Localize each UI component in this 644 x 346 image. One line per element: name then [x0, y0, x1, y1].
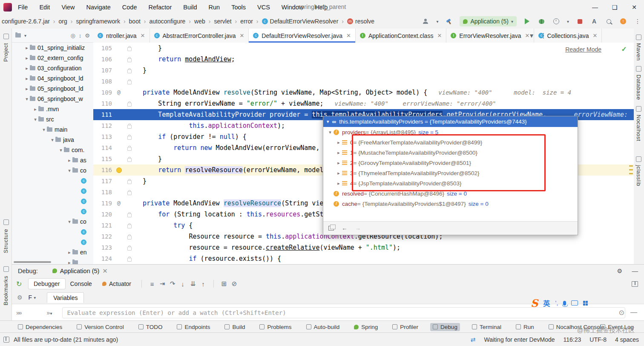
menu-view[interactable]: View [61, 4, 75, 11]
restore-layout-icon[interactable] [632, 281, 638, 287]
editor-tab[interactable]: IApplicationContext.class✕ [356, 29, 446, 43]
file-encoding[interactable]: UTF-8 [589, 336, 607, 343]
popup-variable-row[interactable]: ▸4 = {JspTemplateAvailabilityProvider@85… [323, 178, 578, 188]
tab-actuator[interactable]: Actuator [97, 279, 136, 289]
code-line-105[interactable]: 105 } [93, 43, 634, 54]
tree-item[interactable]: ▾main [12, 124, 93, 135]
indent-setting[interactable]: 4 spaces [615, 336, 639, 343]
line-number[interactable]: 111 [93, 109, 115, 120]
chevron-down-icon[interactable]: ▾ [567, 19, 569, 24]
tool-todo[interactable]: TODO [136, 323, 165, 331]
line-number[interactable]: 110 [93, 98, 115, 109]
tool-terminal[interactable]: Terminal [469, 323, 504, 331]
tree-chevron-icon[interactable]: ▸ [24, 66, 30, 71]
code-line-123[interactable]: 123 resource = resource.createRelative(v… [93, 242, 634, 253]
popup-header[interactable]: ▾ ∞ this.templateAvailabilityProviders =… [323, 116, 578, 127]
duplicate-icon[interactable] [328, 226, 334, 231]
line-number[interactable]: 119 [93, 198, 115, 209]
tree-chevron-icon[interactable]: ▸ [66, 250, 72, 255]
project-settings-icon[interactable]: ⚙ [85, 32, 90, 39]
project-tool-icon[interactable] [3, 34, 9, 39]
close-icon[interactable]: ✕ [346, 32, 351, 39]
tree-item[interactable]: c [12, 196, 93, 206]
line-number[interactable]: 124 [93, 253, 115, 264]
tree-item[interactable]: ▸.mvn [12, 104, 93, 114]
settings-gear-icon[interactable]: ⚙ [617, 268, 623, 274]
tree-chevron-icon[interactable]: ▾ [58, 147, 64, 153]
error-stripe-mark[interactable] [629, 165, 633, 167]
popup-variable-row[interactable]: ▸1 = {MustacheTemplateAvailabilityProvid… [323, 147, 578, 158]
ime-panel-icon[interactable] [583, 301, 588, 306]
tree-chevron-icon[interactable]: ▾ [49, 137, 55, 143]
tree-item[interactable]: ▸04_springboot_ld [12, 73, 93, 84]
structure-tool-icon[interactable] [3, 219, 9, 225]
editor-tab[interactable]: cntroller.java✕ [93, 29, 150, 43]
jclasslib-tool-icon[interactable] [636, 156, 641, 162]
popup-variable-row[interactable]: ▾fproviders = {ArrayList@8495}size = 5 [323, 127, 578, 137]
tool-strip-maven[interactable]: Maven [635, 43, 642, 61]
ide-update-icon[interactable]: ↑ [620, 18, 626, 24]
tree-chevron-icon[interactable]: ▸ [335, 170, 342, 176]
wrench-icon[interactable]: ⚙ [17, 294, 23, 301]
editor-tab[interactable]: IErrorViewResolver.java✕ [446, 29, 534, 43]
tree-chevron-icon[interactable]: ▾ [32, 117, 38, 122]
line-number[interactable]: 117 [93, 176, 115, 187]
tool-run[interactable]: Run [513, 323, 537, 331]
show-execution-point-icon[interactable]: ⇥ [157, 280, 167, 288]
user-icon[interactable] [423, 19, 428, 24]
back-icon[interactable]: ← [342, 225, 348, 231]
tree-chevron-icon[interactable]: ▾ [66, 168, 72, 173]
editor-tab[interactable]: cAbstractErrorController.java✕ [150, 29, 249, 43]
ime-language-indicator[interactable]: 英 [543, 298, 550, 308]
line-number[interactable]: 115 [93, 153, 115, 164]
user-caret-icon[interactable]: ▾ [436, 19, 438, 24]
breadcrumb-item[interactable]: springframework [76, 18, 120, 25]
menu-navigate[interactable]: Navigate [86, 4, 111, 11]
line-number[interactable]: 118 [93, 187, 115, 198]
line-number[interactable]: 116 [93, 164, 115, 176]
tree-item[interactable]: ▾06_springboot_w [12, 94, 93, 104]
tool-strip-bookmarks[interactable]: Bookmarks [3, 276, 9, 306]
tool-window-switcher-icon[interactable] [3, 337, 9, 343]
bookmarks-tool-icon[interactable] [3, 266, 9, 272]
close-icon[interactable]: ✕ [593, 32, 598, 39]
tool-strip-nocalhost[interactable]: Nocalhost [635, 115, 642, 141]
tree-chevron-icon[interactable]: ▸ [24, 76, 30, 81]
inspection-ok-icon[interactable]: ✓ [621, 45, 627, 53]
tab-more-icon[interactable]: ⋮ [540, 32, 547, 40]
horizontal-scrollbar[interactable] [14, 261, 51, 263]
microphone-icon[interactable] [563, 301, 566, 306]
tree-item[interactable]: c [12, 206, 93, 216]
translate-icon[interactable]: A [590, 17, 598, 25]
tree-chevron-icon[interactable]: ▸ [32, 107, 38, 112]
view-breakpoints-icon[interactable]: ⊞ [219, 280, 229, 288]
tool-strip-database[interactable]: Database [635, 75, 642, 100]
tree-item[interactable]: ▾co [12, 216, 93, 227]
line-number[interactable]: 107 [93, 65, 115, 76]
tab-variables[interactable]: Variables [47, 292, 84, 303]
tool-version-control[interactable]: Version Control [74, 323, 126, 331]
close-icon[interactable]: ✕ [525, 32, 530, 39]
close-icon[interactable]: ✕ [239, 32, 244, 39]
chevron-down-icon[interactable]: ▾ [24, 33, 26, 38]
menu-build[interactable]: Build [183, 4, 197, 11]
menu-edit[interactable]: Edit [39, 4, 50, 11]
close-icon[interactable]: ✕ [437, 32, 442, 39]
tab-console[interactable]: Console [65, 279, 97, 289]
intention-bulb-icon[interactable] [116, 167, 122, 173]
tree-item[interactable]: c [12, 227, 93, 237]
breadcrumb-item[interactable]: web [194, 18, 205, 25]
force-step-into-icon[interactable]: ⇊ [188, 280, 198, 288]
tree-item[interactable]: ▸as [12, 155, 93, 165]
more-icon[interactable]: ⋮ [634, 17, 641, 25]
tree-item[interactable]: ▾src [12, 114, 93, 124]
editor-tab[interactable]: cDefaultErrorViewResolver.java✕ [249, 29, 356, 43]
code-line-110[interactable]: 110 String errorViewName = "error/" + vi… [93, 98, 634, 109]
tree-item[interactable]: c [12, 186, 93, 196]
tab-list-caret-icon[interactable]: ▾ [530, 32, 533, 40]
line-number[interactable]: 113 [93, 131, 115, 142]
error-stripe-mark[interactable] [629, 169, 633, 170]
breadcrumb-item[interactable]: autoconfigure [150, 18, 186, 25]
database-tool-icon[interactable] [636, 66, 641, 72]
popup-variable-row[interactable]: fresolved = {ConcurrentHashMap@8496}size… [323, 188, 578, 199]
